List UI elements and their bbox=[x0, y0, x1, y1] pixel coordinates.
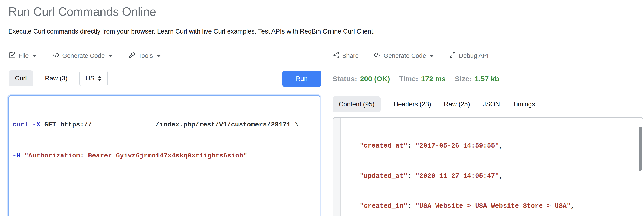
tab-raw-response[interactable]: Raw (25) bbox=[444, 101, 470, 108]
time-label: Time: bbox=[399, 75, 418, 83]
wrench-icon bbox=[128, 51, 136, 60]
tab-timings-label: Timings bbox=[513, 101, 535, 108]
tab-raw-response-label: Raw (25) bbox=[444, 101, 470, 108]
tab-timings[interactable]: Timings bbox=[513, 101, 535, 108]
curl-command-editor[interactable]: curl -X GET https:///index.php/rest/V1/c… bbox=[8, 95, 320, 216]
debug-api-label: Debug API bbox=[459, 52, 488, 59]
header-flag: -H bbox=[12, 152, 20, 160]
debug-api-button[interactable]: Debug API bbox=[449, 51, 488, 60]
reqbin-curl-client: Run Curl Commands Online Execute Curl co… bbox=[0, 0, 644, 216]
chevron-down-icon bbox=[32, 55, 36, 57]
size-value: 1.57 kb bbox=[475, 75, 499, 83]
response-gutter bbox=[333, 118, 341, 216]
chevron-down-icon bbox=[108, 55, 112, 57]
share-label: Share bbox=[342, 52, 359, 59]
tab-content-label: Content (95) bbox=[339, 101, 374, 108]
tab-json[interactable]: JSON bbox=[483, 101, 500, 108]
chevron-down-icon bbox=[157, 55, 161, 57]
share-button[interactable]: Share bbox=[332, 51, 359, 60]
method-and-scheme: GET https:// bbox=[40, 121, 92, 129]
request-path: /index.php/rest/V1/customers/29171 \ bbox=[156, 121, 298, 129]
generate-code-response-label: Generate Code bbox=[384, 52, 426, 59]
up-down-arrows-icon bbox=[98, 76, 102, 81]
json-line-created-at: "created_at": "2017-05-26 14:59:55", bbox=[360, 141, 574, 151]
page-title: Run Curl Commands Online bbox=[8, 4, 156, 18]
status-bar: Status: 200 (OK) Time: 172 ms Size: 1.57… bbox=[332, 71, 508, 87]
generate-code-label: Generate Code bbox=[62, 52, 105, 59]
response-content-panel[interactable]: "created_at": "2017-05-26 14:59:55", "up… bbox=[332, 117, 644, 216]
curl-keyword: curl bbox=[12, 121, 32, 129]
tab-raw[interactable]: Raw (3) bbox=[45, 75, 68, 82]
request-bar: Curl Raw (3) US bbox=[9, 70, 108, 86]
method-flag: -X bbox=[32, 121, 40, 129]
edit-square-icon bbox=[9, 51, 16, 60]
generate-code-menu[interactable]: Generate Code bbox=[52, 51, 112, 60]
code-icon bbox=[52, 51, 60, 60]
tab-headers[interactable]: Headers (23) bbox=[394, 101, 431, 108]
curl-command-line-2: -H "Authorization: Bearer 6yivz6jrmo147x… bbox=[12, 151, 316, 161]
curl-command-line-1: curl -X GET https:///index.php/rest/V1/c… bbox=[12, 120, 316, 130]
page-subtitle: Execute Curl commands directly from your… bbox=[8, 28, 375, 35]
status-value: 200 (OK) bbox=[360, 75, 390, 83]
share-nodes-icon bbox=[332, 51, 340, 60]
json-line-updated-at: "updated_at": "2020-11-27 14:05:47", bbox=[360, 171, 574, 181]
expand-arrows-icon bbox=[449, 51, 456, 60]
response-scrollbar-thumb[interactable] bbox=[638, 127, 642, 171]
file-menu-label: File bbox=[19, 52, 28, 59]
time-value: 172 ms bbox=[421, 75, 446, 83]
tab-headers-label: Headers (23) bbox=[394, 101, 431, 108]
file-menu[interactable]: File bbox=[9, 51, 36, 60]
tab-curl[interactable]: Curl bbox=[9, 70, 33, 86]
request-toolbar: File Generate Code Tools bbox=[9, 49, 161, 62]
status-label: Status: bbox=[332, 75, 357, 83]
response-tabs: Content (95) Headers (23) Raw (25) JSON … bbox=[332, 96, 535, 112]
chevron-down-icon bbox=[430, 55, 434, 57]
region-select[interactable]: US bbox=[79, 71, 108, 86]
json-line-created-in: "created_in": "USA Website > USA Website… bbox=[360, 201, 574, 211]
tools-label: Tools bbox=[138, 52, 153, 59]
code-icon bbox=[374, 51, 381, 60]
tab-json-label: JSON bbox=[483, 101, 500, 108]
response-toolbar: Share Generate Code Debug API bbox=[332, 49, 488, 62]
tools-menu[interactable]: Tools bbox=[128, 51, 160, 60]
response-json-body: "created_at": "2017-05-26 14:59:55", "up… bbox=[360, 121, 574, 216]
region-select-value: US bbox=[86, 75, 94, 82]
generate-code-menu-response[interactable]: Generate Code bbox=[374, 51, 434, 60]
authorization-header-string: "Authorization: Bearer 6yivz6jrmo147x4sk… bbox=[20, 152, 247, 160]
size-label: Size: bbox=[455, 75, 472, 83]
tab-content[interactable]: Content (95) bbox=[332, 96, 381, 112]
header-divider bbox=[8, 40, 638, 41]
run-button[interactable]: Run bbox=[282, 71, 321, 87]
run-button-label: Run bbox=[296, 75, 308, 83]
tab-raw-label: Raw (3) bbox=[45, 75, 68, 82]
tab-curl-label: Curl bbox=[15, 75, 27, 82]
